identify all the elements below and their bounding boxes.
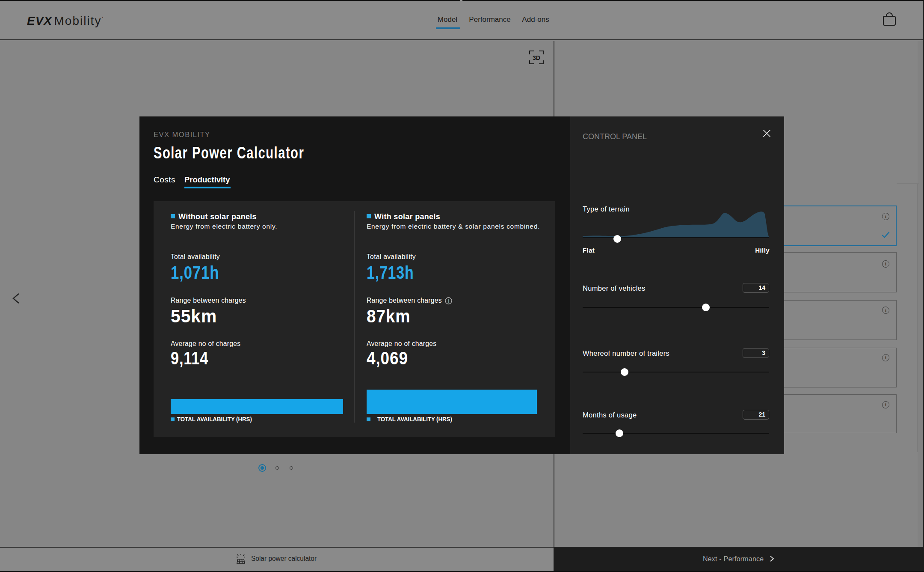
- svg-text:i: i: [448, 299, 449, 304]
- svg-text:3D: 3D: [533, 54, 540, 61]
